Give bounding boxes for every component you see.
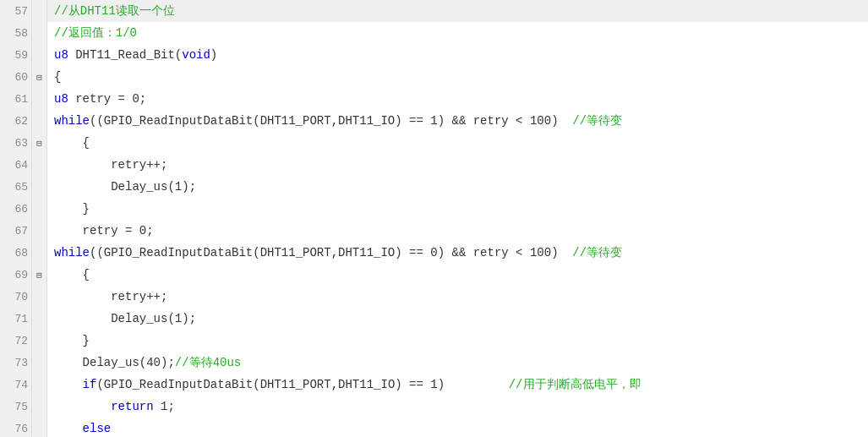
table-row: 75 return 1; [0, 396, 868, 418]
table-row: 76 else [0, 418, 868, 437]
fold-gutter [32, 308, 47, 330]
fold-gutter [32, 352, 47, 374]
table-row: 58//返回值：1/0 [0, 22, 868, 44]
fold-gutter [32, 242, 47, 264]
line-number: 67 [0, 220, 32, 242]
table-row: 65 Delay_us(1); [0, 176, 868, 198]
code-content: retry++; [47, 286, 868, 308]
table-row: 67 retry = 0; [0, 220, 868, 242]
code-content: //返回值：1/0 [47, 22, 868, 44]
table-row: 69⊟ { [0, 264, 868, 286]
table-row: 59u8 DHT11_Read_Bit(void) [0, 44, 868, 66]
line-number: 65 [0, 176, 32, 198]
line-number: 73 [0, 352, 32, 374]
code-content: Delay_us(40);//等待40us [47, 352, 868, 374]
fold-gutter[interactable]: ⊟ [32, 66, 47, 88]
line-number: 69 [0, 264, 32, 286]
code-content: //从DHT11读取一个位 [47, 0, 868, 22]
code-content: retry++; [47, 154, 868, 176]
code-content: u8 DHT11_Read_Bit(void) [47, 44, 868, 66]
code-content: u8 retry = 0; [47, 88, 868, 110]
table-row: 72 } [0, 330, 868, 352]
code-content: Delay_us(1); [47, 308, 868, 330]
code-content: } [47, 330, 868, 352]
table-row: 71 Delay_us(1); [0, 308, 868, 330]
table-row: 64 retry++; [0, 154, 868, 176]
code-content: else [47, 418, 868, 437]
line-number: 72 [0, 330, 32, 352]
line-number: 60 [0, 66, 32, 88]
fold-gutter [32, 110, 47, 132]
fold-gutter [32, 198, 47, 220]
code-content: while((GPIO_ReadInputDataBit(DHT11_PORT,… [47, 242, 868, 264]
line-number: 71 [0, 308, 32, 330]
fold-gutter[interactable]: ⊟ [32, 132, 47, 154]
fold-gutter [32, 220, 47, 242]
table-row: 63⊟ { [0, 132, 868, 154]
table-row: 57//从DHT11读取一个位 [0, 0, 868, 22]
line-number: 61 [0, 88, 32, 110]
code-lines: 57//从DHT11读取一个位58//返回值：1/059u8 DHT11_Rea… [0, 0, 868, 437]
code-content: { [47, 264, 868, 286]
fold-gutter [32, 88, 47, 110]
code-content: { [47, 66, 868, 88]
line-number: 76 [0, 418, 32, 437]
fold-gutter [32, 418, 47, 437]
line-number: 68 [0, 242, 32, 264]
code-content: retry = 0; [47, 220, 868, 242]
table-row: 66 } [0, 198, 868, 220]
line-number: 62 [0, 110, 32, 132]
fold-gutter [32, 286, 47, 308]
line-number: 63 [0, 132, 32, 154]
table-row: 74 if(GPIO_ReadInputDataBit(DHT11_PORT,D… [0, 374, 868, 396]
fold-gutter [32, 154, 47, 176]
code-content: return 1; [47, 396, 868, 418]
table-row: 62while((GPIO_ReadInputDataBit(DHT11_POR… [0, 110, 868, 132]
table-row: 73 Delay_us(40);//等待40us [0, 352, 868, 374]
fold-gutter [32, 330, 47, 352]
line-number: 70 [0, 286, 32, 308]
fold-gutter [32, 22, 47, 44]
line-number: 58 [0, 22, 32, 44]
line-number: 64 [0, 154, 32, 176]
fold-gutter[interactable]: ⊟ [32, 264, 47, 286]
line-number: 75 [0, 396, 32, 418]
fold-gutter [32, 396, 47, 418]
table-row: 70 retry++; [0, 286, 868, 308]
fold-gutter [32, 44, 47, 66]
fold-gutter [32, 0, 47, 22]
line-number: 57 [0, 0, 32, 22]
code-content: while((GPIO_ReadInputDataBit(DHT11_PORT,… [47, 110, 868, 132]
table-row: 68while((GPIO_ReadInputDataBit(DHT11_POR… [0, 242, 868, 264]
code-content: Delay_us(1); [47, 176, 868, 198]
code-viewer: 57//从DHT11读取一个位58//返回值：1/059u8 DHT11_Rea… [0, 0, 868, 437]
line-number: 66 [0, 198, 32, 220]
line-number: 74 [0, 374, 32, 396]
fold-gutter [32, 374, 47, 396]
code-content: } [47, 198, 868, 220]
table-row: 60⊟{ [0, 66, 868, 88]
fold-gutter [32, 176, 47, 198]
line-number: 59 [0, 44, 32, 66]
code-content: { [47, 132, 868, 154]
code-content: if(GPIO_ReadInputDataBit(DHT11_PORT,DHT1… [47, 374, 868, 396]
table-row: 61u8 retry = 0; [0, 88, 868, 110]
